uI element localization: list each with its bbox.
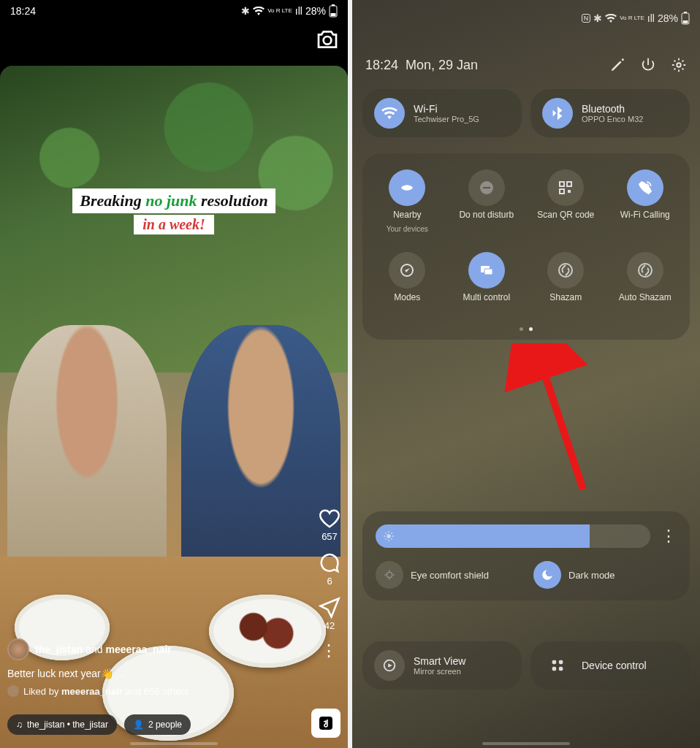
wifi-tile[interactable]: Wi-Fi Techwiser Pro_5G: [362, 89, 522, 137]
qs-tile-sub: Your devices: [387, 225, 428, 233]
qs-tile-scan-qr-code[interactable]: Scan QR code: [528, 169, 604, 233]
brightness-slider[interactable]: [376, 524, 650, 548]
pencil-icon: [609, 57, 625, 73]
qr-icon: [557, 179, 574, 196]
share-count: 42: [324, 620, 335, 631]
svg-point-20: [387, 534, 390, 538]
moon-icon: [541, 568, 554, 581]
like-button[interactable]: 657: [319, 508, 341, 542]
device-control-tile[interactable]: Device control: [530, 641, 690, 690]
qs-time: 18:24: [365, 58, 398, 72]
bluetooth-icon: [549, 105, 566, 121]
modes-icon: [398, 262, 416, 279]
page-indicator[interactable]: [520, 327, 533, 331]
send-icon: [319, 597, 341, 619]
qs-header: 18:24 Mon, 29 Jan: [365, 57, 687, 73]
qs-tile-modes[interactable]: Modes: [370, 252, 445, 303]
svg-rect-2: [331, 13, 336, 16]
dots-vertical-icon: ⋮: [321, 641, 338, 660]
status-battery: 28%: [658, 12, 678, 24]
svg-rect-6: [684, 12, 687, 13]
phone-quick-settings: N ✱ Vo R LTE ıll 28% 18:24 Mon, 29 Jan W…: [352, 0, 700, 748]
qs-tile-wi-fi-calling[interactable]: Wi-Fi Calling: [608, 169, 683, 233]
comment-icon: [319, 552, 341, 574]
liked-by[interactable]: Liked by meeeraa_nair and 656 others: [7, 685, 304, 697]
bt-title: Bluetooth: [582, 103, 643, 115]
wifi-sub: Techwiser Pro_5G: [414, 115, 479, 123]
status-time: 18:24: [10, 5, 36, 17]
camera-icon: [316, 28, 339, 51]
battery-icon: [681, 12, 690, 25]
eye-comfort-icon: [383, 568, 396, 581]
svg-rect-13: [560, 189, 564, 194]
heart-icon: [319, 508, 341, 530]
story-caption-overlay: Breaking no junk resolution in a week!: [14, 188, 334, 234]
grid-icon: [549, 657, 566, 673]
wifi-icon: [605, 14, 617, 23]
cast-icon: [381, 657, 397, 673]
brightness-more-button[interactable]: ⋮: [661, 527, 677, 546]
settings-button[interactable]: [671, 57, 687, 73]
like-count: 657: [322, 531, 338, 542]
svg-rect-14: [568, 190, 571, 193]
qs-tiles-panel: NearbyYour devicesDo not disturbScan QR …: [362, 153, 690, 340]
svg-point-3: [324, 37, 332, 45]
home-indicator[interactable]: [130, 742, 218, 745]
tagged-people-chip[interactable]: 👤 2 people: [124, 714, 191, 735]
qs-tile-label: Scan QR code: [537, 210, 594, 221]
qs-tile-shazam[interactable]: Shazam: [528, 252, 604, 303]
svg-rect-12: [567, 182, 571, 186]
wifi-icon: [381, 105, 397, 121]
comment-button[interactable]: 6: [319, 552, 341, 587]
svg-rect-17: [484, 269, 492, 275]
qs-tile-auto-shazam[interactable]: Auto Shazam: [608, 252, 683, 303]
qs-tile-label: Nearby: [393, 210, 422, 221]
username-primary[interactable]: the_jistan: [35, 644, 83, 655]
qs-tile-do-not-disturb[interactable]: Do not disturb: [449, 169, 525, 233]
dark-mode-toggle[interactable]: Dark mode: [533, 561, 677, 589]
status-battery: 28%: [305, 5, 326, 17]
post-caption[interactable]: Better luck next year👋 ...: [7, 668, 304, 679]
post-meta: the_jistan and meeeraa_nair Better luck …: [7, 638, 304, 697]
svg-rect-26: [559, 667, 563, 671]
power-icon: [640, 57, 656, 73]
status-bar-right: N ✱ Vo R LTE ıll 28%: [352, 7, 700, 29]
qs-tile-label: Do not disturb: [459, 210, 514, 221]
reel-music-button[interactable]: [311, 709, 341, 738]
wifi-icon: [253, 7, 265, 15]
power-button[interactable]: [640, 57, 656, 73]
svg-rect-25: [552, 667, 557, 671]
shazam-icon: [636, 262, 654, 279]
gear-icon: [671, 57, 687, 73]
music-note-icon: ♫: [16, 720, 23, 730]
camera-button[interactable]: [316, 28, 339, 51]
brightness-panel: ⋮ Eye comfort shield Dark mode: [362, 511, 690, 600]
home-indicator[interactable]: [482, 742, 570, 745]
qs-tile-nearby[interactable]: NearbyYour devices: [370, 169, 445, 233]
more-button[interactable]: ⋮: [321, 641, 338, 660]
svg-rect-10: [483, 187, 490, 188]
dnd-icon: [478, 179, 495, 196]
audio-chip[interactable]: ♫ the_jistan • the_jistar: [7, 714, 117, 735]
svg-rect-1: [332, 4, 335, 6]
comment-count: 6: [327, 576, 332, 587]
brightness-icon: [383, 530, 395, 542]
username-secondary[interactable]: meeeraa_nair: [106, 644, 172, 655]
qs-tile-multi-control[interactable]: Multi control: [449, 252, 525, 303]
smart-view-tile[interactable]: Smart View Mirror screen: [362, 641, 522, 690]
reel-music-icon: [317, 714, 335, 732]
eye-comfort-toggle[interactable]: Eye comfort shield: [376, 561, 519, 589]
qs-tile-label: Multi control: [463, 293, 510, 303]
qs-date: Mon, 29 Jan: [406, 58, 478, 72]
bt-sub: OPPO Enco M32: [582, 115, 643, 123]
edit-button[interactable]: [609, 57, 625, 73]
qs-tile-label: Modes: [394, 293, 420, 303]
multi-icon: [478, 262, 495, 279]
wifi-title: Wi-Fi: [414, 103, 479, 115]
avatar[interactable]: [7, 638, 29, 660]
share-button[interactable]: 42: [319, 597, 341, 631]
qs-tile-label: Shazam: [549, 293, 582, 303]
tiny-avatar: [7, 685, 19, 697]
bluetooth-tile[interactable]: Bluetooth OPPO Enco M32: [530, 89, 690, 137]
phone-instagram: 18:24 ✱ Vo R LTE ıll 28% Breaking no jun…: [0, 0, 348, 748]
